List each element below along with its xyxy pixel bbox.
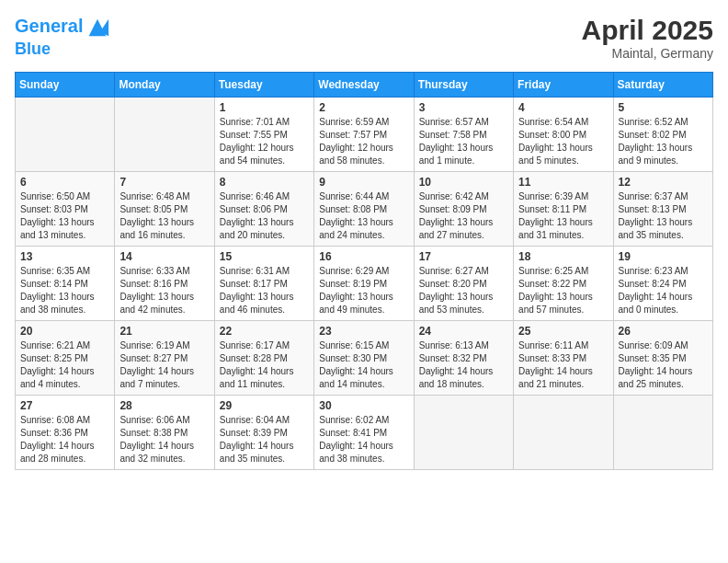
calendar-cell: 21Sunrise: 6:19 AM Sunset: 8:27 PM Dayli… xyxy=(115,321,214,396)
calendar-cell: 5Sunrise: 6:52 AM Sunset: 8:02 PM Daylig… xyxy=(613,98,712,172)
day-info: Sunrise: 6:35 AM Sunset: 8:14 PM Dayligh… xyxy=(20,265,109,316)
logo: General Blue xyxy=(15,15,110,59)
calendar-cell: 17Sunrise: 6:27 AM Sunset: 8:20 PM Dayli… xyxy=(414,247,513,321)
day-header-friday: Friday xyxy=(514,73,613,98)
calendar-header-row: SundayMondayTuesdayWednesdayThursdayFrid… xyxy=(16,73,713,98)
day-number: 4 xyxy=(518,101,608,114)
calendar-cell: 18Sunrise: 6:25 AM Sunset: 8:22 PM Dayli… xyxy=(514,247,613,321)
calendar-cell: 4Sunrise: 6:54 AM Sunset: 8:00 PM Daylig… xyxy=(514,98,613,172)
day-info: Sunrise: 6:48 AM Sunset: 8:05 PM Dayligh… xyxy=(119,190,209,242)
calendar-cell: 2Sunrise: 6:59 AM Sunset: 7:57 PM Daylig… xyxy=(314,98,414,172)
location: Maintal, Germany xyxy=(582,46,713,61)
calendar-table: SundayMondayTuesdayWednesdayThursdayFrid… xyxy=(15,72,713,470)
calendar-cell: 23Sunrise: 6:15 AM Sunset: 8:30 PM Dayli… xyxy=(314,321,414,396)
calendar-cell: 15Sunrise: 6:31 AM Sunset: 8:17 PM Dayli… xyxy=(214,247,313,321)
day-info: Sunrise: 6:31 AM Sunset: 8:17 PM Dayligh… xyxy=(220,265,309,316)
day-info: Sunrise: 6:39 AM Sunset: 8:11 PM Dayligh… xyxy=(518,190,608,242)
day-header-saturday: Saturday xyxy=(613,73,712,98)
calendar-cell: 29Sunrise: 6:04 AM Sunset: 8:39 PM Dayli… xyxy=(214,396,313,470)
calendar-cell: 19Sunrise: 6:23 AM Sunset: 8:24 PM Dayli… xyxy=(613,247,712,321)
day-info: Sunrise: 6:23 AM Sunset: 8:24 PM Dayligh… xyxy=(619,265,708,316)
day-number: 14 xyxy=(119,250,209,263)
calendar-cell: 25Sunrise: 6:11 AM Sunset: 8:33 PM Dayli… xyxy=(514,321,613,396)
calendar-cell: 20Sunrise: 6:21 AM Sunset: 8:25 PM Dayli… xyxy=(16,321,115,396)
day-info: Sunrise: 6:17 AM Sunset: 8:28 PM Dayligh… xyxy=(220,339,309,391)
day-number: 13 xyxy=(20,250,109,263)
calendar-cell xyxy=(414,396,513,470)
day-info: Sunrise: 6:11 AM Sunset: 8:33 PM Dayligh… xyxy=(518,339,608,391)
day-info: Sunrise: 6:37 AM Sunset: 8:13 PM Dayligh… xyxy=(619,190,708,242)
day-info: Sunrise: 6:57 AM Sunset: 7:58 PM Dayligh… xyxy=(419,116,508,167)
day-info: Sunrise: 6:06 AM Sunset: 8:38 PM Dayligh… xyxy=(119,414,209,465)
day-info: Sunrise: 6:04 AM Sunset: 8:39 PM Dayligh… xyxy=(220,414,309,465)
day-info: Sunrise: 6:29 AM Sunset: 8:19 PM Dayligh… xyxy=(319,265,408,316)
day-number: 17 xyxy=(419,250,508,263)
day-number: 23 xyxy=(319,325,408,338)
day-info: Sunrise: 6:21 AM Sunset: 8:25 PM Dayligh… xyxy=(20,339,109,391)
calendar-cell xyxy=(514,396,613,470)
day-number: 26 xyxy=(619,325,708,338)
day-header-sunday: Sunday xyxy=(16,73,115,98)
day-number: 1 xyxy=(220,101,309,114)
month-year: April 2025 xyxy=(582,15,713,46)
title-block: April 2025 Maintal, Germany xyxy=(582,15,713,61)
day-number: 11 xyxy=(518,176,608,189)
day-header-monday: Monday xyxy=(115,73,214,98)
day-info: Sunrise: 6:42 AM Sunset: 8:09 PM Dayligh… xyxy=(419,190,508,242)
calendar-cell: 26Sunrise: 6:09 AM Sunset: 8:35 PM Dayli… xyxy=(613,321,712,396)
calendar-cell: 30Sunrise: 6:02 AM Sunset: 8:41 PM Dayli… xyxy=(314,396,414,470)
day-number: 10 xyxy=(419,176,508,189)
calendar-week-1: 1Sunrise: 7:01 AM Sunset: 7:55 PM Daylig… xyxy=(16,98,713,172)
calendar-cell: 27Sunrise: 6:08 AM Sunset: 8:36 PM Dayli… xyxy=(16,396,115,470)
calendar-cell: 14Sunrise: 6:33 AM Sunset: 8:16 PM Dayli… xyxy=(115,247,214,321)
day-number: 7 xyxy=(119,176,209,189)
day-number: 27 xyxy=(20,399,109,412)
day-info: Sunrise: 6:13 AM Sunset: 8:32 PM Dayligh… xyxy=(419,339,508,391)
day-info: Sunrise: 6:54 AM Sunset: 8:00 PM Dayligh… xyxy=(518,116,608,167)
day-header-tuesday: Tuesday xyxy=(214,73,313,98)
day-number: 15 xyxy=(220,250,309,263)
day-number: 12 xyxy=(619,176,708,189)
calendar-cell: 10Sunrise: 6:42 AM Sunset: 8:09 PM Dayli… xyxy=(414,172,513,247)
calendar-cell: 24Sunrise: 6:13 AM Sunset: 8:32 PM Dayli… xyxy=(414,321,513,396)
calendar-cell xyxy=(613,396,712,470)
day-number: 22 xyxy=(220,325,309,338)
logo-line2: Blue xyxy=(15,40,110,59)
calendar-cell: 7Sunrise: 6:48 AM Sunset: 8:05 PM Daylig… xyxy=(115,172,214,247)
day-number: 18 xyxy=(518,250,608,263)
day-info: Sunrise: 6:44 AM Sunset: 8:08 PM Dayligh… xyxy=(319,190,408,242)
calendar-cell xyxy=(115,98,214,172)
calendar-week-2: 6Sunrise: 6:50 AM Sunset: 8:03 PM Daylig… xyxy=(16,172,713,247)
day-info: Sunrise: 6:50 AM Sunset: 8:03 PM Dayligh… xyxy=(20,190,109,242)
calendar-cell: 3Sunrise: 6:57 AM Sunset: 7:58 PM Daylig… xyxy=(414,98,513,172)
day-info: Sunrise: 7:01 AM Sunset: 7:55 PM Dayligh… xyxy=(220,116,309,167)
day-header-wednesday: Wednesday xyxy=(314,73,414,98)
day-number: 2 xyxy=(319,101,408,114)
day-number: 29 xyxy=(220,399,309,412)
calendar-cell: 16Sunrise: 6:29 AM Sunset: 8:19 PM Dayli… xyxy=(314,247,414,321)
day-number: 25 xyxy=(518,325,608,338)
day-number: 19 xyxy=(619,250,708,263)
day-number: 24 xyxy=(419,325,508,338)
day-info: Sunrise: 6:02 AM Sunset: 8:41 PM Dayligh… xyxy=(319,414,408,465)
day-info: Sunrise: 6:59 AM Sunset: 7:57 PM Dayligh… xyxy=(319,116,408,167)
logo-text: General xyxy=(15,15,110,40)
calendar-cell: 12Sunrise: 6:37 AM Sunset: 8:13 PM Dayli… xyxy=(613,172,712,247)
day-info: Sunrise: 6:09 AM Sunset: 8:35 PM Dayligh… xyxy=(619,339,708,391)
page-header: General Blue April 2025 Maintal, Germany xyxy=(15,15,713,61)
calendar-cell: 1Sunrise: 7:01 AM Sunset: 7:55 PM Daylig… xyxy=(214,98,313,172)
day-number: 8 xyxy=(220,176,309,189)
day-number: 20 xyxy=(20,325,109,338)
day-info: Sunrise: 6:15 AM Sunset: 8:30 PM Dayligh… xyxy=(319,339,408,391)
calendar-cell: 11Sunrise: 6:39 AM Sunset: 8:11 PM Dayli… xyxy=(514,172,613,247)
day-info: Sunrise: 6:19 AM Sunset: 8:27 PM Dayligh… xyxy=(119,339,209,391)
calendar-cell: 6Sunrise: 6:50 AM Sunset: 8:03 PM Daylig… xyxy=(16,172,115,247)
day-number: 5 xyxy=(619,101,708,114)
calendar-week-3: 13Sunrise: 6:35 AM Sunset: 8:14 PM Dayli… xyxy=(16,247,713,321)
calendar-cell: 8Sunrise: 6:46 AM Sunset: 8:06 PM Daylig… xyxy=(214,172,313,247)
day-info: Sunrise: 6:25 AM Sunset: 8:22 PM Dayligh… xyxy=(518,265,608,316)
day-number: 21 xyxy=(119,325,209,338)
calendar-week-4: 20Sunrise: 6:21 AM Sunset: 8:25 PM Dayli… xyxy=(16,321,713,396)
day-number: 3 xyxy=(419,101,508,114)
day-info: Sunrise: 6:52 AM Sunset: 8:02 PM Dayligh… xyxy=(619,116,708,167)
